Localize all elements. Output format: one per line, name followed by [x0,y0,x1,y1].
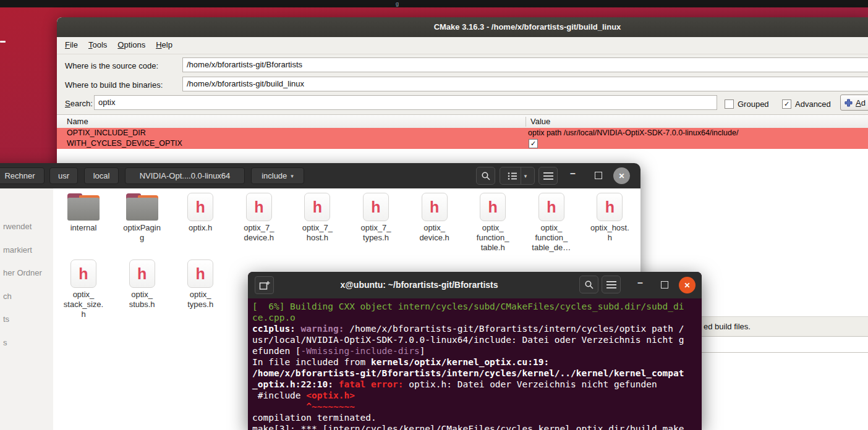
view-toggle-button[interactable]: ▾ [500,167,535,185]
variables-table-rows: OPTIX_INCLUDE_DIRoptix path /usr/local/N… [57,128,868,149]
terminal-line: efunden [-Wmissing-include-dirs] [252,345,697,356]
menu-file[interactable]: File [65,37,78,53]
menu-tools[interactable]: Tools [88,37,107,53]
file-item-label: optix_7_ device.h [231,223,287,243]
terminal-headerbar[interactable]: x@ubuntu: ~/bforartists-git/Bforartists … [248,272,702,298]
column-header-value: Value [530,117,550,126]
cmake-window-title: CMake 3.16.3 - /home/x/bforartists-git/b… [57,17,868,37]
search-button[interactable] [476,167,495,185]
file-item[interactable]: hoptix_host. h [582,193,637,243]
search-icon [481,171,491,181]
search-input[interactable]: optix [94,95,717,110]
menu-help[interactable]: Help [156,37,172,53]
advanced-checkbox[interactable]: ✓ [782,99,791,109]
file-item[interactable]: hoptix_7_ host.h [289,193,345,243]
table-row[interactable]: OPTIX_INCLUDE_DIRoptix path /usr/local/N… [57,128,868,138]
file-item-label: optix_ stack_size. h [56,290,111,319]
file-item-label: optix_ function_ table_de… [524,223,579,253]
list-view-icon [508,172,517,180]
terminal-minimize-button[interactable]: – [637,277,643,289]
row-value: optix path /usr/local/NVIDIA-OptiX-SDK-7… [525,128,868,138]
row-name: WITH_CYCLES_DEVICE_OPTIX [57,138,525,149]
file-item[interactable]: hoptix.h [172,193,228,233]
file-manager-sidebar: rwendetmarkierther Ordnerchtss [0,188,54,430]
file-item[interactable]: hoptix_ function_ table_de… [524,193,579,253]
breadcrumb-usr[interactable]: usr [49,167,78,184]
menu-options[interactable]: Options [117,37,145,53]
sidebar-item[interactable]: rwendet [3,222,32,231]
file-item-label: optix_host. h [582,223,637,243]
file-item[interactable]: hoptix_ stubs.h [114,259,170,310]
row-value: ✓ [525,138,868,149]
terminal-maximize-button[interactable] [661,281,668,289]
sidebar-item[interactable]: ch [3,292,12,301]
row-value-checkbox[interactable]: ✓ [529,139,538,148]
cmake-menubar: FileToolsOptionsHelp [57,37,868,54]
file-item[interactable]: hoptix_7_ device.h [231,193,287,243]
build-binaries-field[interactable]: /home/x/bforartists-git/build_linux [182,77,868,91]
terminal-close-button[interactable]: ✕ [679,277,696,293]
breadcrumb-rechner[interactable]: Rechner [0,167,45,184]
terminal-search-button[interactable] [579,276,598,293]
breadcrumb-include[interactable]: include▾ [251,167,304,184]
minimize-button[interactable]: – [570,168,576,179]
terminal-line: /home/x/bforartists-git/Bforartists/inte… [252,368,697,379]
column-divider[interactable] [525,117,526,127]
terminal-line: usr/local/NVIDIA-OptiX-SDK-7.0.0-linux64… [252,334,697,345]
file-manager-headerbar[interactable]: ▾ – ✕ RechnerusrlocalNVIDIA-Opt....0.0-l… [0,163,640,188]
terminal-line: compilation terminated. [252,412,697,423]
sidebar-item[interactable]: s [3,338,7,347]
system-top-bar: g [0,0,868,7]
row-name: OPTIX_INCLUDE_DIR [57,128,525,138]
file-item[interactable]: hoptix_ types.h [172,259,228,310]
new-tab-button[interactable] [255,276,274,294]
breadcrumb-label: NVIDIA-Opt....0.0-linux64 [140,171,231,180]
breadcrumb-nvidia-opt-0-0-linux64[interactable]: NVIDIA-Opt....0.0-linux64 [125,167,245,184]
terminal-window: x@ubuntu: ~/bforartists-git/Bforartists … [248,272,702,430]
column-header-name: Name [67,117,88,126]
close-button[interactable]: ✕ [613,167,630,184]
variables-table-header[interactable]: Name Value [57,114,868,129]
terminal-line: _optix.h:22:10: fatal error: optix.h: Da… [252,379,697,390]
maximize-button[interactable] [595,172,602,179]
file-item[interactable]: hoptix_7_ types.h [348,193,404,243]
cmake-titlebar[interactable]: CMake 3.16.3 - /home/x/bforartists-git/b… [57,17,868,37]
desktop: g CMake 3.16.3 - /home/x/bforartists-git… [0,0,868,430]
file-item[interactable]: internal [56,193,111,233]
terminal-line: make[3]: *** [intern/cycles/kernel/CMake… [252,423,697,430]
sidebar-item[interactable]: her Ordner [3,268,42,277]
file-item[interactable]: hoptix_ function_ table.h [465,193,521,253]
header-file-icon: h [304,193,330,221]
breadcrumb-label: Rechner [4,171,35,180]
grouped-label: Grouped [738,99,769,109]
sidebar-item[interactable]: markiert [3,245,32,255]
header-file-icon: h [70,259,96,288]
source-code-field[interactable]: /home/x/bforartists-git/Bforartists [182,57,868,72]
top-bar-text-fragment: g [396,1,399,7]
breadcrumb-local[interactable]: local [84,167,119,184]
hamburger-menu-button[interactable] [538,167,558,185]
terminal-menu-button[interactable] [602,276,621,293]
file-item-label: optix_ stubs.h [114,290,170,310]
header-file-icon: h [129,259,155,288]
add-entry-button[interactable]: Ad [840,95,868,111]
table-row[interactable]: WITH_CYCLES_DEVICE_OPTIX✓ [57,138,868,149]
chevron-down-icon: ▾ [291,173,294,179]
file-item[interactable]: hoptix_ device.h [407,193,462,243]
grouped-checkbox[interactable] [725,99,734,109]
header-file-icon: h [187,259,213,288]
background-window-dash [0,41,6,43]
file-item[interactable]: hoptix_ stack_size. h [56,259,111,319]
header-file-icon: h [480,193,506,221]
file-item-label: optix_7_ host.h [289,223,345,243]
plus-icon [845,99,853,107]
header-file-icon: h [538,193,564,221]
sidebar-item[interactable]: ts [3,314,9,324]
terminal-output[interactable]: [ 6%] Building CXX object intern/cycles/… [248,298,702,430]
file-item[interactable]: optixPagin g [114,193,170,243]
terminal-line: [ 6%] Building CXX object intern/cycles/… [252,301,697,312]
hamburger-icon [543,172,553,180]
header-file-icon: h [187,193,213,221]
build-binaries-label: Where to build the binaries: [65,80,163,90]
add-entry-label: Ad [856,98,866,108]
